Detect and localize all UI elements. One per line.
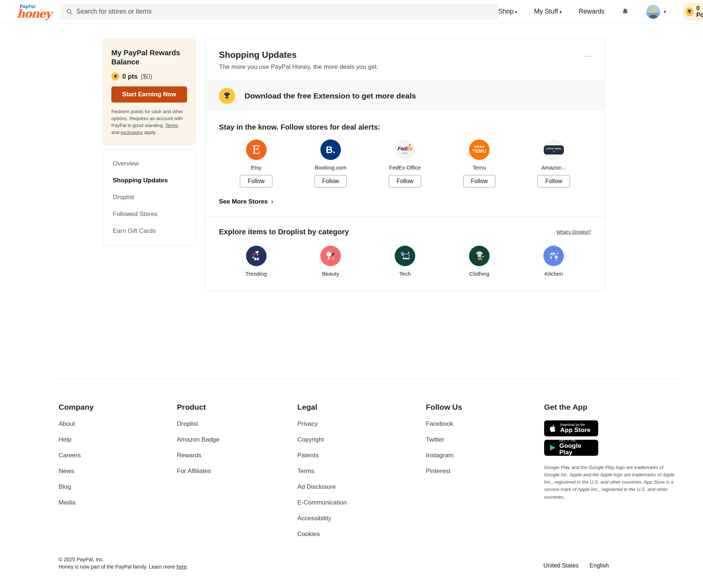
points-amount: 0 pts [122, 73, 138, 81]
follow-button-etsy[interactable]: Follow [240, 175, 272, 187]
store-name: Amazon... [542, 164, 566, 171]
google-play-badge[interactable]: GET IT ONGoogle Play [544, 440, 598, 456]
footer-link-media[interactable]: Media [59, 499, 94, 506]
store-item-fedex: ✱ FedEx Office FedEx Office Follow [368, 139, 442, 187]
sidebar-item-followed-stores[interactable]: Followed Stores [103, 206, 195, 223]
footer-link-ad-disclosure[interactable]: Ad Disclosure [297, 483, 347, 491]
points-balance-pill[interactable]: 0 Points [683, 3, 703, 21]
points-balance-label: 0 Points [696, 5, 703, 18]
chevron-right-icon: › [271, 198, 273, 205]
footer-link-facebook[interactable]: Facebook [426, 420, 462, 428]
nav-rewards[interactable]: Rewards [579, 8, 605, 15]
card-header: Shopping Updates The more you use PayPal… [205, 39, 605, 81]
footer-column-get-the-app: Get the App Download on theApp Store GET… [544, 403, 677, 501]
language-selector[interactable]: English [589, 562, 609, 569]
follow-stores-section: Stay in the know. Follow stores for deal… [205, 111, 605, 216]
footer-link-instagram[interactable]: Instagram [426, 452, 462, 459]
search-input[interactable] [76, 8, 493, 15]
search-bar[interactable] [61, 4, 498, 19]
tech-category-icon[interactable] [395, 246, 415, 266]
category-label: Kitchen [544, 271, 563, 277]
footer-heading: Legal [297, 403, 347, 412]
footer-link-amazon-badge[interactable]: Amazon Badge [177, 436, 219, 443]
footer-heading: Company [59, 403, 94, 412]
footer-link-terms[interactable]: Terms [297, 468, 347, 475]
trophy-icon [111, 72, 119, 81]
footer-link-patents[interactable]: Patents [297, 452, 347, 459]
country-selector[interactable]: United States [543, 562, 579, 569]
sidebar-item-overview[interactable]: Overview [103, 155, 195, 172]
footer-link-pinterest[interactable]: Pinterest [426, 468, 462, 475]
footer-heading: Product [177, 403, 219, 412]
store-name: Booking.com [315, 164, 346, 171]
footer-divider [59, 379, 677, 379]
footer-link-accessibility[interactable]: Accessibility [297, 515, 347, 522]
exclusions-link[interactable]: exclusions [120, 130, 143, 135]
learn-more-here-link[interactable]: here [176, 564, 187, 570]
fedex-star-icon: ✱ [409, 143, 412, 147]
footer-link-rewards[interactable]: Rewards [177, 452, 219, 459]
sidebar-item-droplist[interactable]: Droplist [103, 189, 195, 206]
footer-column-follow-us: Follow Us Facebook Twitter Instagram Pin… [426, 403, 462, 483]
footer-link-e-communication[interactable]: E-Communication [297, 499, 347, 506]
category-label: Beauty [322, 271, 339, 277]
whats-droplist-link[interactable]: What's Droplist? [557, 229, 591, 235]
footer-link-about[interactable]: About [59, 420, 94, 428]
paypal-honey-logo[interactable]: PayPal honey [17, 4, 51, 19]
search-icon [66, 8, 73, 15]
footer-link-privacy[interactable]: Privacy [297, 420, 347, 428]
store-item-amazon-prime-video: prime video⌣ Amazon... Follow [517, 139, 591, 187]
follow-button-booking[interactable]: Follow [315, 175, 347, 187]
fedex-office-logo-icon[interactable]: ✱ FedEx Office [395, 139, 415, 160]
nav-my-stuff[interactable]: My Stuff▾ [534, 8, 562, 15]
category-trending: Trending [219, 246, 293, 277]
prime-video-logo-icon[interactable]: prime video⌣ [543, 139, 564, 160]
notifications-bell-icon[interactable] [621, 7, 629, 16]
chevron-down-icon: ▾ [664, 9, 666, 14]
kitchen-category-icon[interactable] [543, 246, 564, 266]
temu-logo-icon[interactable]: TEMU [469, 139, 490, 160]
rewards-card-title: My PayPal Rewards Balance [111, 48, 187, 67]
store-name: Temu [473, 164, 486, 171]
follow-button-fedex[interactable]: Follow [389, 175, 421, 187]
start-earning-button[interactable]: Start Earning Now [111, 86, 187, 103]
points-usd-value: ($0) [141, 73, 152, 81]
footer-link-twitter[interactable]: Twitter [426, 436, 462, 443]
content-area: My PayPal Rewards Balance 0 pts ($0) Sta… [103, 38, 605, 291]
page-subtitle: The more you use PayPal Honey, the more … [219, 63, 591, 71]
footer-link-cookies[interactable]: Cookies [297, 531, 347, 538]
category-beauty: Beauty [293, 246, 368, 277]
trending-category-icon[interactable] [246, 246, 267, 266]
extension-banner[interactable]: Download the free Extension to get more … [205, 81, 605, 111]
follow-button-amazon[interactable]: Follow [538, 175, 570, 187]
stores-grid: E Etsy Follow B. Booking.com Follow ✱ Fe… [219, 139, 591, 187]
chevron-down-icon: ▾ [515, 10, 517, 15]
clothing-category-icon[interactable] [469, 246, 490, 266]
overflow-menu-icon[interactable]: ... [584, 51, 592, 58]
app-store-badge[interactable]: Download on theApp Store [544, 420, 598, 436]
footer-link-copyright[interactable]: Copyright [297, 436, 347, 443]
extension-banner-text: Download the free Extension to get more … [245, 92, 416, 100]
google-play-logo-icon [549, 443, 556, 452]
sidebar-item-shopping-updates[interactable]: Shopping Updates [103, 172, 195, 189]
nav-shop[interactable]: Shop▾ [498, 8, 517, 15]
follow-button-temu[interactable]: Follow [463, 175, 495, 187]
booking-logo-icon[interactable]: B. [320, 139, 341, 160]
rewards-balance: 0 pts ($0) [111, 72, 187, 81]
footer-link-droplist[interactable]: Droplist [177, 420, 219, 428]
etsy-logo-icon[interactable]: E [246, 139, 267, 160]
beauty-category-icon[interactable] [320, 246, 341, 266]
footer-link-careers[interactable]: Careers [59, 452, 94, 459]
terms-link[interactable]: Terms [165, 123, 178, 128]
footer-link-help[interactable]: Help [59, 436, 94, 443]
footer-link-for-affiliates[interactable]: For Affiliates [177, 468, 219, 475]
sidebar-item-earn-gift-cards[interactable]: Earn Gift Cards [103, 223, 195, 239]
account-menu[interactable]: ▾ [646, 5, 666, 19]
page-title: Shopping Updates [219, 50, 591, 60]
footer-bottom-left: © 2025 PayPal, Inc. Honey is now part of… [59, 556, 188, 571]
footer-link-news[interactable]: News [59, 468, 94, 475]
see-more-stores-link[interactable]: See More Stores› [219, 198, 273, 205]
category-tech: Tech [368, 246, 442, 277]
sidebar: My PayPal Rewards Balance 0 pts ($0) Sta… [103, 38, 196, 291]
footer-link-blog[interactable]: Blog [59, 483, 94, 491]
